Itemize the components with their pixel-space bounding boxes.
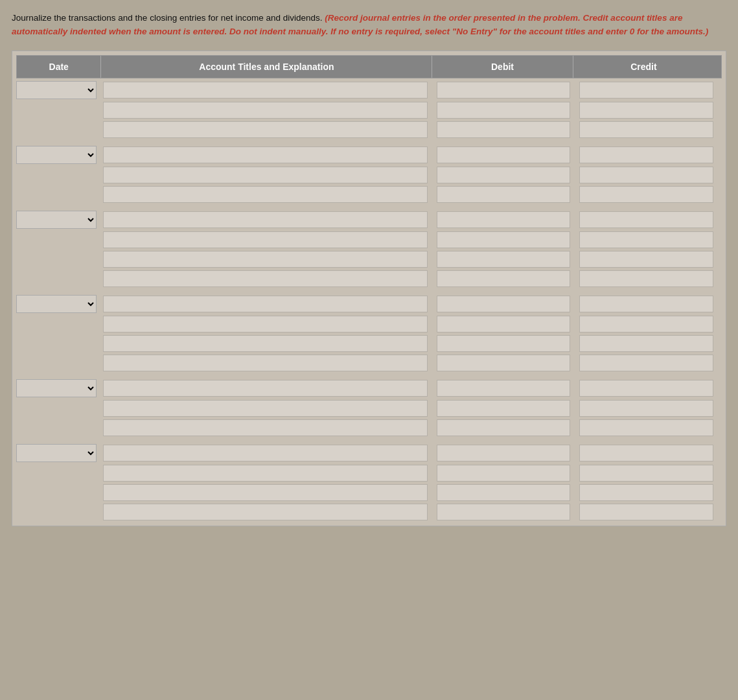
- account-cell-g2r2: [103, 167, 435, 183]
- debit-input-g6r4[interactable]: [437, 504, 571, 520]
- date-select-g1r1[interactable]: [16, 81, 97, 99]
- account-input-g6r1[interactable]: [103, 445, 428, 461]
- debit-input-g3r3[interactable]: [437, 251, 571, 268]
- journal-body: [16, 81, 722, 522]
- account-input-g2r2[interactable]: [103, 167, 428, 183]
- credit-input-g3r1[interactable]: [579, 211, 713, 228]
- credit-input-g4r4[interactable]: [579, 355, 713, 371]
- account-input-g4r1[interactable]: [103, 296, 428, 312]
- debit-input-g1r3[interactable]: [437, 121, 571, 138]
- account-input-g5r3[interactable]: [103, 419, 428, 436]
- account-input-g3r4[interactable]: [103, 270, 428, 287]
- credit-input-g4r2[interactable]: [579, 316, 713, 332]
- credit-input-g6r4[interactable]: [579, 504, 713, 520]
- debit-cell-g6r3: [437, 484, 578, 501]
- account-cell-g6r2: [103, 465, 435, 482]
- account-cell-g5r3: [103, 419, 435, 436]
- account-input-g2r3[interactable]: [103, 186, 428, 203]
- debit-input-g6r1[interactable]: [437, 445, 571, 461]
- debit-input-g2r3[interactable]: [437, 186, 571, 203]
- account-cell-g4r4: [103, 355, 435, 371]
- credit-input-g3r4[interactable]: [579, 270, 713, 287]
- debit-input-g2r2[interactable]: [437, 167, 571, 183]
- credit-cell-g1r3: [579, 121, 721, 138]
- date-select-g2r1[interactable]: [16, 146, 97, 164]
- table-row: [16, 186, 722, 203]
- debit-cell-g5r2: [437, 400, 578, 417]
- debit-input-g6r2[interactable]: [437, 465, 571, 482]
- debit-input-g1r2[interactable]: [437, 102, 571, 119]
- account-input-g4r3[interactable]: [103, 335, 428, 352]
- debit-input-g4r4[interactable]: [437, 355, 571, 371]
- credit-cell-g4r2: [579, 316, 721, 332]
- table-row: [16, 400, 722, 417]
- credit-input-g1r3[interactable]: [579, 121, 713, 138]
- account-input-g3r2[interactable]: [103, 231, 428, 248]
- table-row: [16, 419, 722, 436]
- debit-input-g5r1[interactable]: [437, 380, 571, 397]
- account-input-g6r2[interactable]: [103, 465, 428, 482]
- account-input-g5r2[interactable]: [103, 400, 428, 417]
- table-row: [16, 81, 722, 99]
- debit-input-g5r2[interactable]: [437, 400, 571, 417]
- debit-input-g4r2[interactable]: [437, 316, 571, 332]
- credit-input-g1r2[interactable]: [579, 102, 713, 119]
- debit-input-g2r1[interactable]: [437, 146, 571, 163]
- credit-input-g6r1[interactable]: [579, 445, 713, 461]
- debit-cell-g2r3: [437, 186, 578, 203]
- credit-input-g3r3[interactable]: [579, 251, 713, 268]
- account-input-g3r3[interactable]: [103, 251, 428, 268]
- table-row: [16, 484, 722, 501]
- debit-input-g6r3[interactable]: [437, 484, 571, 501]
- debit-input-g1r1[interactable]: [437, 82, 571, 99]
- group-separator-2: [16, 205, 722, 209]
- header-account: Account Titles and Explanation: [101, 56, 432, 78]
- credit-input-g2r2[interactable]: [579, 167, 713, 183]
- date-select-g5r1[interactable]: [16, 379, 97, 397]
- date-select-g4r1[interactable]: [16, 295, 97, 313]
- credit-input-g6r3[interactable]: [579, 484, 713, 501]
- date-cell-g5r1: [16, 379, 101, 397]
- account-input-g1r3[interactable]: [103, 121, 428, 138]
- credit-cell-g4r1: [579, 296, 721, 312]
- credit-input-g2r3[interactable]: [579, 186, 713, 203]
- account-input-g6r4[interactable]: [103, 504, 428, 520]
- debit-cell-g4r3: [437, 335, 578, 352]
- credit-cell-g5r1: [579, 380, 721, 397]
- date-select-g3r1[interactable]: [16, 211, 97, 229]
- account-input-g6r3[interactable]: [103, 484, 428, 501]
- debit-cell-g3r3: [437, 251, 578, 268]
- account-input-g1r1[interactable]: [103, 82, 428, 99]
- debit-input-g3r2[interactable]: [437, 231, 571, 248]
- table-row: [16, 379, 722, 397]
- credit-input-g1r1[interactable]: [579, 82, 713, 99]
- credit-cell-g1r2: [579, 102, 721, 119]
- account-input-g4r4[interactable]: [103, 355, 428, 371]
- credit-input-g4r3[interactable]: [579, 335, 713, 352]
- debit-input-g4r1[interactable]: [437, 296, 571, 312]
- debit-input-g3r4[interactable]: [437, 270, 571, 287]
- credit-input-g3r2[interactable]: [579, 231, 713, 248]
- account-cell-g1r3: [103, 121, 435, 138]
- credit-input-g5r1[interactable]: [579, 380, 713, 397]
- table-row: [16, 231, 722, 248]
- debit-input-g4r3[interactable]: [437, 335, 571, 352]
- account-input-g5r1[interactable]: [103, 380, 428, 397]
- debit-cell-g6r2: [437, 465, 578, 482]
- credit-cell-g4r4: [579, 355, 721, 371]
- account-input-g1r2[interactable]: [103, 102, 428, 119]
- debit-cell-g2r2: [437, 167, 578, 183]
- credit-input-g5r3[interactable]: [579, 419, 713, 436]
- account-input-g2r1[interactable]: [103, 146, 428, 163]
- credit-input-g4r1[interactable]: [579, 296, 713, 312]
- credit-cell-g2r3: [579, 186, 721, 203]
- account-input-g3r1[interactable]: [103, 211, 428, 228]
- date-select-g6r1[interactable]: [16, 444, 97, 462]
- credit-input-g2r1[interactable]: [579, 146, 713, 163]
- account-input-g4r2[interactable]: [103, 316, 428, 332]
- debit-input-g5r3[interactable]: [437, 419, 571, 436]
- credit-input-g5r2[interactable]: [579, 400, 713, 417]
- credit-input-g6r2[interactable]: [579, 465, 713, 482]
- debit-cell-g3r2: [437, 231, 578, 248]
- debit-input-g3r1[interactable]: [437, 211, 571, 228]
